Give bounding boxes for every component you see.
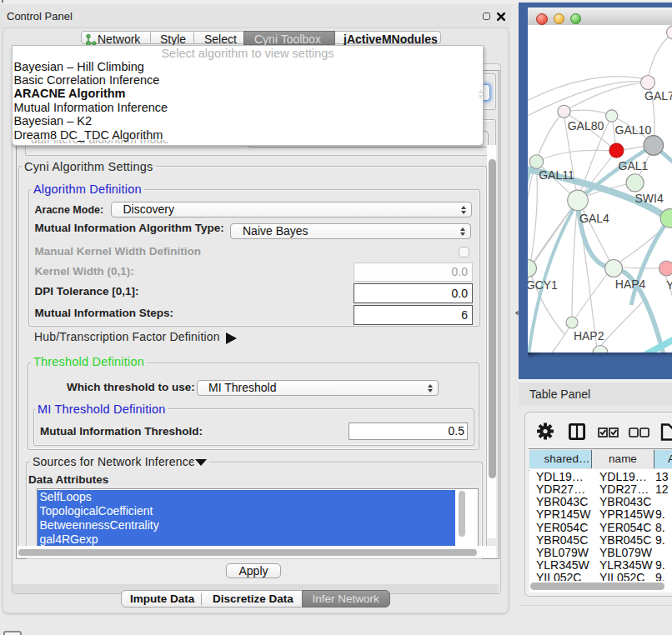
svg-text:GAL11: GAL11 xyxy=(539,168,574,182)
svg-text:HAP4: HAP4 xyxy=(615,278,646,291)
svg-text:SWI4: SWI4 xyxy=(634,192,663,205)
svg-text:GAL4: GAL4 xyxy=(579,212,609,225)
svg-text:HAP2: HAP2 xyxy=(574,329,604,342)
svg-text:YJ: YJ xyxy=(666,278,672,292)
svg-text:GAL10: GAL10 xyxy=(615,123,652,137)
svg-text:GAL1: GAL1 xyxy=(619,159,649,172)
svg-text:GAL80: GAL80 xyxy=(568,119,604,132)
svg-text:GCY1: GCY1 xyxy=(528,278,558,292)
svg-text:GAL7: GAL7 xyxy=(644,89,672,102)
